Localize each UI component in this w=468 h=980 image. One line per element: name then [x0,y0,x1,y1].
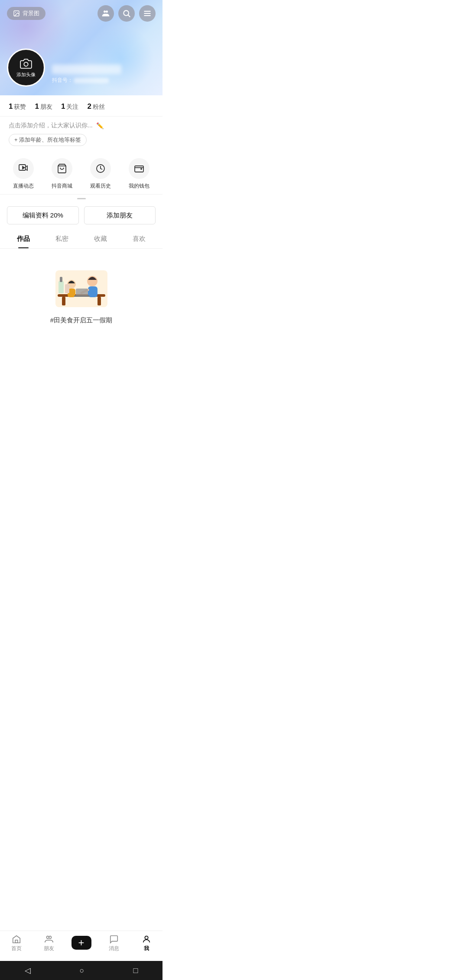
content-caption: #田美食开启五一假期 [50,316,112,325]
douyin-id-value-blurred [74,78,109,83]
svg-rect-26 [74,295,90,297]
stat-likes[interactable]: 1 获赞 [9,102,26,111]
stat-followers-num: 2 [87,102,91,111]
action-buttons: 编辑资料 20% 添加朋友 [0,201,162,230]
douyin-id: 抖音号： [52,77,121,84]
add-avatar-label: 添加头像 [16,71,36,78]
tab-works[interactable]: 作品 [4,230,43,248]
svg-rect-28 [60,277,62,282]
stat-following[interactable]: 1 关注 [61,102,78,111]
features-scroll-dot [77,198,86,199]
tab-likes[interactable]: 喜欢 [120,230,158,248]
shop-icon-circle [52,158,72,179]
add-friend-button[interactable]: 添加朋友 [84,206,156,224]
stats-bar: 1 获赞 1 朋友 1 关注 2 粉丝 [0,95,162,117]
stat-likes-label: 获赞 [14,103,26,111]
friends-icon-button[interactable] [98,5,114,22]
feature-wallet[interactable]: 我的钱包 [120,158,158,190]
tag-label: + 添加年龄、所在地等标签 [14,136,81,144]
stat-followers-label: 粉丝 [93,103,105,111]
feature-history[interactable]: 观看历史 [81,158,120,190]
stat-friends[interactable]: 1 朋友 [35,102,52,111]
background-image-button[interactable]: 背景图 [7,7,46,20]
bio-text[interactable]: 点击添加介绍，让大家认识你... ✏️ [9,122,154,130]
tab-likes-label: 喜欢 [133,235,146,242]
username-blurred [52,65,121,74]
tab-favorites-label: 收藏 [94,235,107,242]
svg-rect-14 [135,166,143,172]
avatar[interactable]: 添加头像 [7,49,45,87]
tab-private-label: 私密 [55,235,68,242]
edit-profile-button[interactable]: 编辑资料 20% [7,206,79,224]
friends-icon [101,9,110,18]
wallet-icon-circle [129,158,150,179]
stat-friends-label: 朋友 [40,103,52,111]
illustration-svg [53,266,110,309]
content-illustration [53,266,110,309]
search-icon [122,9,131,18]
feature-shop[interactable]: 抖音商城 [43,158,81,190]
svg-point-3 [106,10,108,13]
history-icon-circle [90,158,111,179]
svg-line-5 [128,15,130,17]
image-icon [13,10,20,17]
wallet-icon [134,163,144,174]
stat-likes-num: 1 [9,102,13,111]
content-area: #田美食开启五一假期 [0,249,162,379]
tab-private[interactable]: 私密 [43,230,81,248]
live-icon-circle [13,158,34,179]
menu-icon-button[interactable] [139,5,156,22]
live-label: 直播动态 [13,182,34,190]
shop-label: 抖音商城 [52,182,72,190]
svg-rect-25 [76,289,88,296]
stat-friends-num: 1 [35,102,39,111]
features-indicator [0,198,162,199]
top-icons [98,5,156,22]
user-info: 抖音号： [52,65,121,87]
stat-following-label: 关注 [66,103,78,111]
feature-live[interactable]: 直播动态 [4,158,43,190]
camera-icon [20,58,32,70]
banner-top-bar: 背景图 [0,0,162,27]
stat-following-num: 1 [61,102,65,111]
bio-section: 点击添加介绍，让大家认识你... ✏️ + 添加年龄、所在地等标签 [0,117,162,151]
svg-point-9 [24,62,28,66]
shop-icon [57,163,67,174]
live-icon [18,163,29,174]
banner: 背景图 [0,0,162,95]
features-row: 直播动态 抖音商城 观看历史 [0,151,162,195]
edit-icon: ✏️ [96,122,104,129]
svg-point-4 [124,10,129,16]
search-icon-button[interactable] [118,5,135,22]
stat-followers[interactable]: 2 粉丝 [87,102,104,111]
wallet-label: 我的钱包 [129,182,150,190]
bg-btn-label: 背景图 [23,10,39,17]
svg-rect-29 [65,284,69,293]
add-tag-button[interactable]: + 添加年龄、所在地等标签 [9,134,87,146]
menu-icon [143,9,152,18]
tab-favorites[interactable]: 收藏 [81,230,120,248]
svg-point-1 [15,12,16,13]
svg-rect-19 [98,297,101,305]
tabs-bar: 作品 私密 收藏 喜欢 [0,230,162,249]
svg-marker-11 [23,166,25,169]
history-icon [95,163,106,174]
tab-works-label: 作品 [17,235,30,242]
bio-placeholder: 点击添加介绍，让大家认识你... [9,122,93,130]
history-label: 观看历史 [90,182,111,190]
svg-rect-27 [58,281,64,293]
svg-rect-18 [62,297,65,305]
avatar-section: 添加头像 抖音号： [7,49,121,87]
svg-point-2 [104,10,106,13]
